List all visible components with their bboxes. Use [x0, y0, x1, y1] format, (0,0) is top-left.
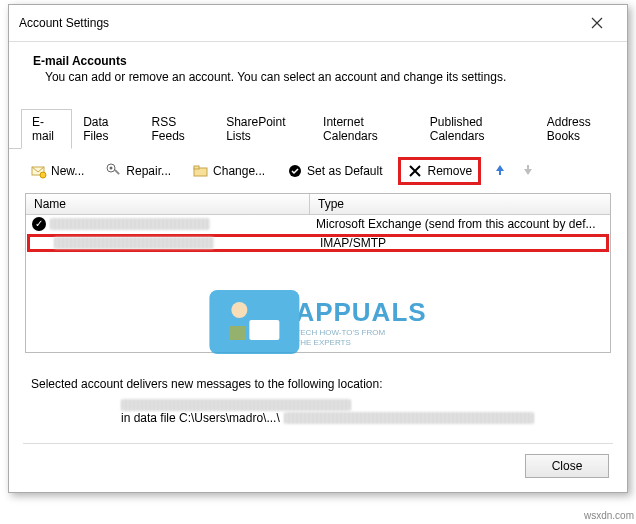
set-default-button[interactable]: Set as Default	[281, 160, 388, 182]
repair-button[interactable]: Repair...	[100, 160, 177, 182]
svg-point-1	[40, 172, 46, 178]
col-name[interactable]: Name	[26, 194, 310, 214]
close-button[interactable]: Close	[525, 454, 609, 478]
move-up-button[interactable]	[491, 161, 509, 182]
default-account-icon	[32, 217, 46, 231]
mail-new-icon	[31, 163, 47, 179]
remove-button[interactable]: Remove	[398, 157, 481, 185]
toolbar: New... Repair... Change... Set as Defaul…	[9, 149, 627, 193]
table-header: Name Type	[26, 194, 610, 215]
tabs: E-mail Data Files RSS Feeds SharePoint L…	[9, 108, 627, 149]
tab-internet-calendars[interactable]: Internet Calendars	[312, 109, 419, 149]
tab-data-files[interactable]: Data Files	[72, 109, 140, 149]
account-name-redacted	[50, 218, 210, 230]
remove-x-icon	[407, 163, 423, 179]
tab-email[interactable]: E-mail	[21, 109, 72, 149]
source-credit: wsxdn.com	[584, 510, 634, 521]
account-settings-dialog: Account Settings E-mail Accounts You can…	[8, 4, 628, 493]
table-row[interactable]: Microsoft Exchange (send from this accou…	[26, 215, 610, 233]
tab-sharepoint-lists[interactable]: SharePoint Lists	[215, 109, 312, 149]
wrench-gear-icon	[106, 163, 122, 179]
tab-address-books[interactable]: Address Books	[536, 109, 627, 149]
change-button[interactable]: Change...	[187, 160, 271, 182]
location-block: Selected account delivers new messages t…	[9, 371, 627, 435]
folder-icon	[193, 163, 209, 179]
move-down-button[interactable]	[519, 161, 537, 182]
location-datafile-line: in data file C:\Users\madro\...\	[121, 411, 605, 425]
svg-point-3	[110, 167, 113, 170]
window-title: Account Settings	[19, 16, 109, 30]
tab-published-calendars[interactable]: Published Calendars	[419, 109, 536, 149]
location-heading: Selected account delivers new messages t…	[31, 377, 605, 391]
arrow-down-icon	[521, 163, 535, 177]
header-desc: You can add or remove an account. You ca…	[45, 70, 603, 84]
location-folder-line	[121, 399, 605, 411]
header-block: E-mail Accounts You can add or remove an…	[9, 42, 627, 92]
tab-rss-feeds[interactable]: RSS Feeds	[141, 109, 216, 149]
header-title: E-mail Accounts	[33, 54, 603, 68]
table-row[interactable]: IMAP/SMTP	[27, 234, 609, 252]
accounts-table: Name Type Microsoft Exchange (send from …	[25, 193, 611, 353]
location-redacted	[121, 399, 351, 411]
window-close-button[interactable]	[577, 11, 617, 35]
account-type: Microsoft Exchange (send from this accou…	[310, 217, 610, 231]
check-circle-icon	[287, 163, 303, 179]
svg-rect-4	[115, 169, 121, 175]
arrow-up-icon	[493, 163, 507, 177]
new-button[interactable]: New...	[25, 160, 90, 182]
svg-rect-6	[194, 166, 199, 169]
account-type: IMAP/SMTP	[314, 236, 606, 250]
col-type[interactable]: Type	[310, 194, 610, 214]
titlebar: Account Settings	[9, 5, 627, 42]
footer: Close	[9, 444, 627, 492]
account-name-redacted	[54, 237, 214, 249]
location-path-redacted	[284, 412, 534, 424]
